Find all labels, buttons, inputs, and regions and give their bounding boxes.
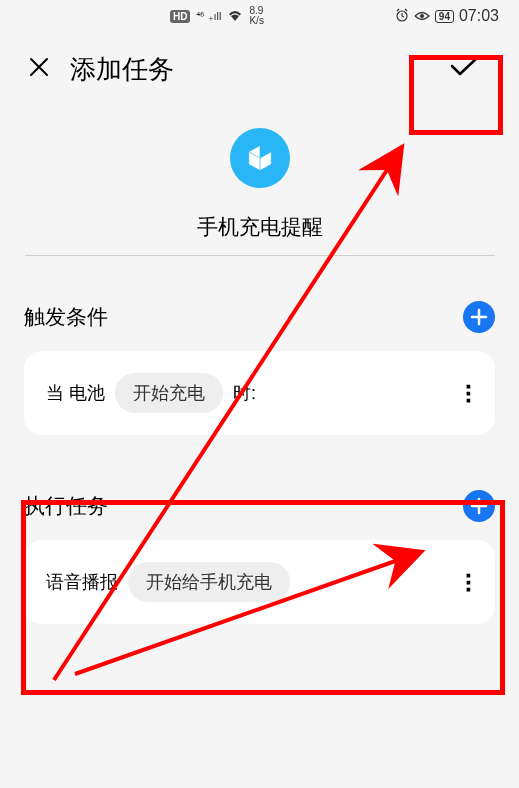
add-action-button[interactable]: [463, 490, 495, 522]
action-section: 执行任务 语音播报 开始给手机充电 ︙: [0, 435, 519, 624]
action-section-title: 执行任务: [24, 492, 108, 520]
eye-icon: [414, 8, 430, 24]
wifi-icon: [227, 8, 243, 24]
trigger-prefix: 当 电池: [46, 381, 105, 405]
trigger-section-title: 触发条件: [24, 303, 108, 331]
task-type-icon[interactable]: [230, 128, 290, 188]
hd-badge: HD: [170, 10, 190, 23]
task-name-input[interactable]: 手机充电提醒: [197, 213, 323, 245]
alarm-icon: [395, 8, 409, 25]
network-speed: 8.9K/s: [249, 6, 263, 26]
action-value-pill[interactable]: 开始给手机充电: [128, 562, 290, 602]
add-trigger-button[interactable]: [463, 301, 495, 333]
action-card[interactable]: 语音播报 开始给手机充电 ︙: [24, 540, 495, 624]
clock-time: 07:03: [459, 7, 499, 25]
confirm-button[interactable]: [439, 48, 491, 90]
battery-indicator: 94: [435, 10, 454, 23]
action-prefix: 语音播报: [46, 570, 118, 594]
trigger-section: 触发条件 当 电池 开始充电 时: ︙: [0, 276, 519, 435]
divider: [25, 255, 495, 256]
page-title: 添加任务: [70, 52, 174, 87]
signal-icon: ⁴⁶ ₊ıll: [196, 10, 221, 23]
close-button[interactable]: [28, 54, 50, 85]
trigger-card[interactable]: 当 电池 开始充电 时: ︙: [24, 351, 495, 435]
svg-point-1: [420, 14, 424, 18]
action-more-button[interactable]: ︙: [462, 572, 473, 593]
page-header: 添加任务: [0, 30, 519, 108]
trigger-more-button[interactable]: ︙: [462, 383, 473, 404]
trigger-suffix: 时:: [233, 381, 256, 405]
status-bar: HD ⁴⁶ ₊ıll 8.9K/s 94 07:03: [0, 0, 519, 30]
trigger-value-pill[interactable]: 开始充电: [115, 373, 223, 413]
